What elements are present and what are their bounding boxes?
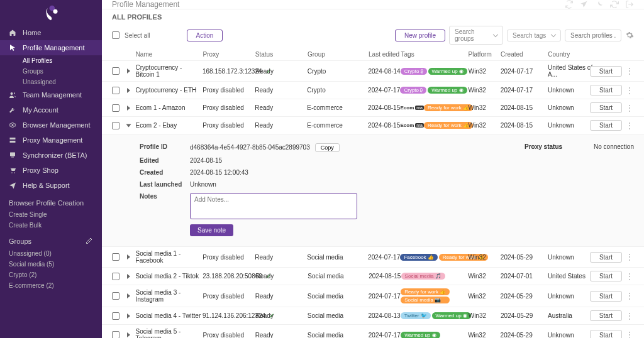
row-menu-icon[interactable]: ⋮ [626,312,634,320]
tag: Ready for work 👍 [424,104,473,111]
nav-proxy-management[interactable]: Proxy Management [0,133,102,148]
sync-icon [9,151,16,159]
platform-cell: Win32 [469,312,501,319]
proxy-status-label: Proxy status [525,143,562,152]
nav-home[interactable]: Home [0,25,102,40]
nav-synchronizer-beta-[interactable]: Synchronizer (BETA) [0,148,102,163]
start-button[interactable]: Start [590,66,622,77]
expand-caret-icon[interactable] [127,313,130,319]
table-row: Social media 2 - Tiktok 23.188.208.20:50… [102,267,644,285]
proxy-cell: Proxy disabled [203,293,255,300]
country-cell: United States of A... [548,64,595,78]
start-button[interactable]: Start [590,310,622,321]
refresh-icon[interactable] [610,0,619,9]
country-cell: Unknown [548,293,595,300]
nav-profile-management[interactable]: Profile Management [0,40,102,55]
search-tags-select[interactable]: Search tags [507,30,561,41]
start-button[interactable]: Start [590,271,622,281]
status-cell: Ready [255,312,308,319]
select-all-checkbox[interactable] [112,31,119,39]
expand-caret-icon[interactable] [127,274,130,279]
row-menu-icon[interactable]: ⋮ [626,104,634,112]
start-button[interactable]: Start [590,120,622,131]
search-profiles-input[interactable] [565,30,621,41]
wrench-icon [9,106,16,114]
expand-caret-icon[interactable] [126,124,131,127]
row-checkbox[interactable] [112,87,119,94]
row-checkbox[interactable] [112,67,119,75]
row-menu-icon[interactable]: ⋮ [626,331,634,338]
table-header: Name Proxy Status Group Last edited Tags… [102,48,644,60]
search-groups-select[interactable]: Search groups [449,26,503,45]
group-social-media-5-[interactable]: Social media (5) [0,259,102,270]
created-cell: 2024-07-17 [501,68,548,75]
home-icon [9,29,16,36]
telegram-icon[interactable] [580,0,589,9]
expand-caret-icon[interactable] [127,293,130,298]
nav-help-support[interactable]: Help & Support [0,178,102,193]
group-e-commerce-2-[interactable]: E-commerce (2) [0,280,102,291]
expand-caret-icon[interactable] [127,88,130,93]
row-menu-icon[interactable]: ⋮ [626,273,634,280]
edit-groups-icon[interactable] [86,237,93,246]
start-button[interactable]: Start [590,85,622,95]
platform-cell: Win32 [468,122,500,129]
group-cell: Crypto [307,87,368,94]
tags-cell: Social media 🎵 [401,273,469,280]
row-menu-icon[interactable]: ⋮ [626,67,634,75]
expand-caret-icon[interactable] [127,254,130,259]
group-crypto-2-[interactable]: Crypto (2) [0,270,102,280]
row-menu-icon[interactable]: ⋮ [626,253,634,261]
subnav-all-profiles[interactable]: All Profiles [0,55,102,66]
nav-team-management[interactable]: Team Management [0,87,102,102]
save-note-button[interactable]: Save note [190,224,233,236]
action-button[interactable]: Action [187,30,223,41]
start-button[interactable]: Start [590,102,622,113]
start-button[interactable]: Start [590,330,622,339]
nav-my-account[interactable]: My Account [0,102,102,117]
row-checkbox[interactable] [112,104,119,112]
notes-textarea[interactable] [190,193,357,219]
row-menu-icon[interactable]: ⋮ [626,292,634,300]
row-menu-icon[interactable]: ⋮ [626,87,634,94]
moon-icon[interactable] [595,0,604,9]
subnav-unassigned[interactable]: Unassigned [0,77,102,87]
tag: Facebook 👍 [400,254,437,261]
row-menu-icon[interactable]: ⋮ [626,122,634,129]
creation-create-bulk[interactable]: Create Bulk [0,220,102,231]
svg-rect-7 [11,157,14,158]
row-checkbox[interactable] [112,273,119,280]
row-checkbox[interactable] [112,292,119,300]
sync-icon[interactable] [565,0,574,9]
tag: Crypto ₿ [400,87,426,94]
start-button[interactable]: Start [590,291,622,302]
group-cell: Crypto [308,68,369,75]
expand-caret-icon[interactable] [127,106,130,111]
logo [0,0,102,25]
cursor-icon [9,44,16,52]
nav-browser-management[interactable]: Browser Management [0,117,102,133]
last-edited-cell: 2024-08-13 [369,312,401,319]
table-row: Cryptocurrency - Bitcoin 1 168.158.172.3… [102,60,644,81]
logout-icon[interactable] [625,0,634,9]
expand-caret-icon[interactable] [127,332,130,337]
proxy-cell: 23.188.208.20:50860 ✓ [203,273,255,280]
row-checkbox[interactable] [112,312,119,320]
row-checkbox[interactable] [112,331,119,338]
last-edited-cell: 2024-08-15 [368,104,400,111]
nav-proxy-shop[interactable]: Proxy Shop [0,163,102,178]
created-cell: 2024-07-01 [501,273,548,280]
subnav-groups[interactable]: Groups [0,66,102,77]
copy-button[interactable]: Copy [315,143,340,152]
group-unassigned-0-[interactable]: Unassigned (0) [0,248,102,259]
row-checkbox[interactable] [112,122,119,129]
new-profile-button[interactable]: New profile [395,30,445,41]
row-checkbox[interactable] [112,253,119,261]
profile-name: Social media 3 - Instagram [136,289,203,303]
status-cell: Ready [255,332,308,339]
table-settings-icon[interactable] [625,31,634,40]
creation-create-single[interactable]: Create Single [0,209,102,220]
start-button[interactable]: Start [590,252,622,263]
expand-caret-icon[interactable] [127,68,130,74]
created-cell: 2024-05-29 [501,312,548,319]
